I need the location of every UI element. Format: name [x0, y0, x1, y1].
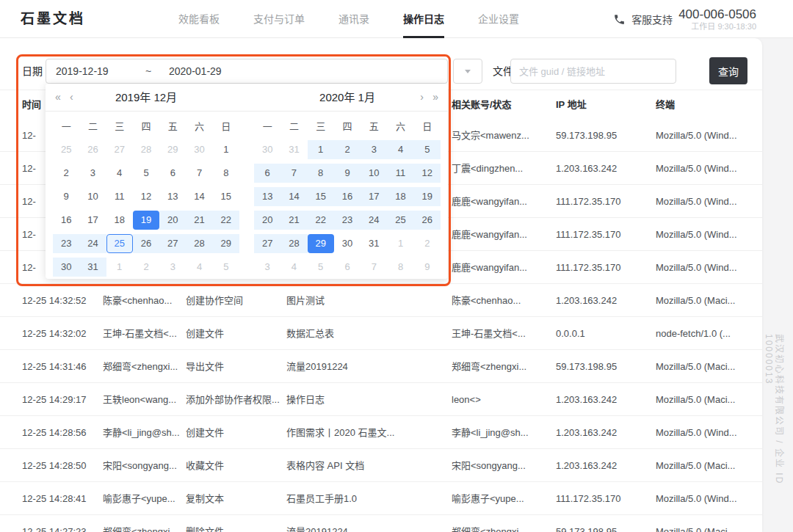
calendar-day[interactable]: 7: [186, 164, 212, 183]
cell-account: 陈豪<chenhao...: [103, 284, 182, 317]
calendar-day[interactable]: 12: [414, 164, 441, 183]
prev-month-button[interactable]: ‹: [68, 84, 76, 112]
calendar-day[interactable]: 6: [159, 164, 186, 183]
date-range-input[interactable]: 2019-12-19 ~ 2020-01-29: [46, 59, 448, 84]
calendar-day[interactable]: 3: [159, 258, 186, 277]
calendar-day[interactable]: 25: [387, 211, 413, 230]
calendar-day[interactable]: 20: [254, 211, 280, 230]
calendar-day[interactable]: 31: [361, 234, 387, 253]
calendar-day[interactable]: 16: [334, 187, 361, 206]
calendar-day[interactable]: 13: [159, 187, 186, 206]
calendar-day[interactable]: 30: [186, 140, 212, 159]
calendar-day[interactable]: 21: [186, 211, 212, 230]
calendar-day[interactable]: 9: [334, 164, 361, 183]
calendar-day[interactable]: 22: [213, 211, 239, 230]
calendar-day[interactable]: 2: [334, 140, 361, 159]
calendar-day[interactable]: 21: [280, 211, 307, 230]
calendar-day[interactable]: 24: [79, 234, 106, 253]
calendar-day[interactable]: 30: [53, 258, 79, 277]
calendar-day[interactable]: 20: [159, 211, 186, 230]
calendar-day[interactable]: 26: [133, 234, 159, 253]
calendar-day[interactable]: 24: [361, 211, 387, 230]
calendar-day[interactable]: 8: [387, 258, 413, 277]
calendar-day[interactable]: 5: [133, 164, 159, 183]
calendar-day[interactable]: 9: [53, 187, 79, 206]
calendar-day[interactable]: 3: [361, 140, 387, 159]
calendar-day[interactable]: 6: [254, 164, 280, 183]
calendar-day[interactable]: 1: [308, 140, 334, 159]
calendar-day[interactable]: 17: [361, 187, 387, 206]
calendar-day[interactable]: 3: [79, 164, 106, 183]
calendar-day[interactable]: 23: [53, 234, 79, 253]
calendar-day[interactable]: 5: [414, 140, 441, 159]
calendar-day[interactable]: 26: [79, 140, 106, 159]
caret-down-icon: [465, 70, 471, 73]
nav-tab[interactable]: 支付与订单: [253, 0, 305, 38]
nav-tab[interactable]: 通讯录: [338, 0, 369, 38]
calendar-day[interactable]: 25: [53, 140, 79, 159]
calendar-day[interactable]: 15: [213, 187, 239, 206]
calendar-day[interactable]: 29: [308, 234, 334, 253]
calendar-day[interactable]: 23: [334, 211, 361, 230]
calendar-day[interactable]: 5: [308, 258, 334, 277]
calendar-day[interactable]: 10: [361, 164, 387, 183]
calendar-day[interactable]: 14: [186, 187, 212, 206]
calendar-day[interactable]: 4: [106, 164, 133, 183]
prev-year-button[interactable]: «: [53, 84, 63, 112]
calendar-day[interactable]: 1: [387, 234, 413, 253]
calendar-day[interactable]: 19: [414, 187, 441, 206]
calendar-day[interactable]: 9: [414, 258, 441, 277]
calendar-day[interactable]: 4: [387, 140, 413, 159]
calendar-day[interactable]: 2: [414, 234, 441, 253]
calendar-day[interactable]: 25: [106, 234, 133, 253]
calendar-day[interactable]: 8: [308, 164, 334, 183]
calendar-day[interactable]: 1: [213, 140, 239, 159]
calendar-day[interactable]: 10: [79, 187, 106, 206]
calendar-day[interactable]: 5: [213, 258, 239, 277]
calendar-day[interactable]: 29: [213, 234, 239, 253]
calendar-day[interactable]: 27: [106, 140, 133, 159]
next-month-button[interactable]: ›: [418, 84, 426, 112]
calendar-day[interactable]: 30: [334, 234, 361, 253]
calendar-day[interactable]: 11: [106, 187, 133, 206]
query-button[interactable]: 查询: [709, 57, 747, 84]
calendar-day[interactable]: 15: [308, 187, 334, 206]
calendar-day[interactable]: 4: [280, 258, 307, 277]
nav-tab[interactable]: 企业设置: [478, 0, 519, 38]
file-guid-input[interactable]: [510, 59, 676, 84]
calendar-day[interactable]: 27: [254, 234, 280, 253]
calendar-day[interactable]: 4: [186, 258, 212, 277]
calendar-day[interactable]: 26: [414, 211, 441, 230]
calendar-day[interactable]: 30: [254, 140, 280, 159]
calendar-day[interactable]: 18: [387, 187, 413, 206]
date-preset-dropdown[interactable]: [453, 59, 482, 84]
calendar-day[interactable]: 14: [280, 187, 307, 206]
calendar-day[interactable]: 6: [334, 258, 361, 277]
calendar-day[interactable]: 2: [133, 258, 159, 277]
calendar-day[interactable]: 27: [159, 234, 186, 253]
nav-tab[interactable]: 操作日志: [403, 0, 444, 38]
calendar-day[interactable]: 31: [79, 258, 106, 277]
calendar-day[interactable]: 1: [106, 258, 133, 277]
calendar-day[interactable]: 13: [254, 187, 280, 206]
calendar-day[interactable]: 29: [159, 140, 186, 159]
calendar-day[interactable]: 28: [186, 234, 212, 253]
calendar-day[interactable]: 18: [106, 211, 133, 230]
calendar-day[interactable]: 22: [308, 211, 334, 230]
calendar-day[interactable]: 17: [79, 211, 106, 230]
next-year-button[interactable]: »: [430, 84, 441, 112]
calendar-day[interactable]: 2: [53, 164, 79, 183]
calendar-day[interactable]: 28: [133, 140, 159, 159]
calendar-day[interactable]: 16: [53, 211, 79, 230]
calendar-day[interactable]: 3: [254, 258, 280, 277]
calendar-day[interactable]: 11: [387, 164, 413, 183]
calendar-day[interactable]: 7: [280, 164, 307, 183]
calendar-day[interactable]: 28: [280, 234, 307, 253]
calendar-day[interactable]: 8: [213, 164, 239, 183]
calendar-day[interactable]: 7: [361, 258, 387, 277]
calendar-day[interactable]: 12: [133, 187, 159, 206]
calendar-day[interactable]: 19: [133, 211, 159, 230]
cell-related-account: 马文宗<mawenz...: [452, 119, 552, 152]
nav-tab[interactable]: 效能看板: [178, 0, 220, 38]
calendar-day[interactable]: 31: [280, 140, 307, 159]
